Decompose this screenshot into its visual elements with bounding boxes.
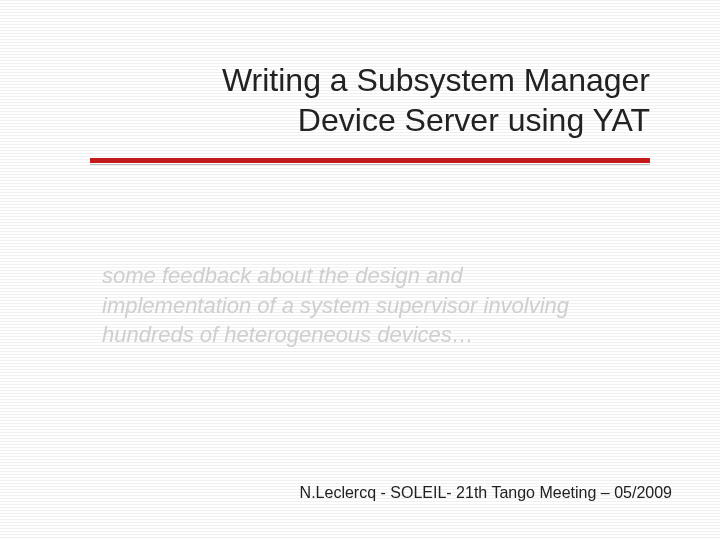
title-line-2: Device Server using YAT xyxy=(298,102,650,138)
title-underline xyxy=(90,158,650,166)
slide-title: Writing a Subsystem Manager Device Serve… xyxy=(90,60,650,152)
thin-rule xyxy=(90,164,650,165)
title-block: Writing a Subsystem Manager Device Serve… xyxy=(90,60,650,166)
slide-footer: N.Leclercq - SOLEIL- 21th Tango Meeting … xyxy=(300,484,672,502)
body-area: some feedback about the design and imple… xyxy=(90,261,650,350)
title-line-1: Writing a Subsystem Manager xyxy=(222,62,650,98)
accent-rule xyxy=(90,158,650,163)
slide-subtitle: some feedback about the design and imple… xyxy=(102,261,602,350)
slide: Writing a Subsystem Manager Device Serve… xyxy=(0,0,720,540)
